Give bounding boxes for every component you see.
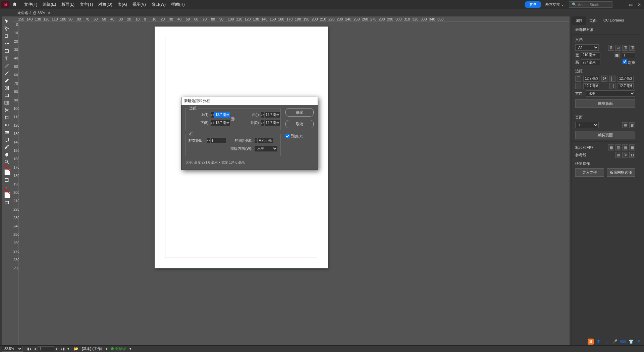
free-transform-tool[interactable] [2, 114, 11, 121]
open-icon[interactable]: 📂 [74, 347, 78, 351]
home-icon[interactable] [12, 2, 17, 8]
margin-right-input[interactable] [618, 83, 634, 89]
adjust-layout-button[interactable]: 调整版面 [575, 99, 635, 108]
menu-file[interactable]: 文件(F) [21, 0, 40, 9]
prev-page-icon[interactable]: ◂ [33, 347, 37, 351]
height-input[interactable] [581, 59, 600, 65]
menu-window[interactable]: 窗口(W) [149, 0, 168, 9]
error-dropdown-icon[interactable]: ▾ [129, 347, 131, 351]
dlg-direction-select[interactable]: 水平 [254, 145, 278, 152]
binding-rtl-icon[interactable]: ◫ [629, 45, 635, 51]
spinner-icon[interactable]: ▲▼ [211, 112, 214, 118]
ruler-icon-3[interactable]: ▤ [622, 144, 628, 150]
dlg-inside-input[interactable] [264, 112, 280, 118]
new-page-icon[interactable]: ⊞ [622, 122, 628, 128]
note-tool[interactable] [2, 136, 11, 143]
gradient-swatch-tool[interactable] [2, 121, 11, 129]
page-dropdown-icon[interactable]: ▾ [66, 347, 70, 351]
margin-left-input[interactable] [618, 76, 634, 82]
spinner-icon[interactable]: ▲▼ [254, 137, 258, 143]
edit-pages-button[interactable]: 编辑页面 [575, 131, 635, 139]
tab-cclibraries[interactable]: CC Libraries [600, 16, 627, 25]
direct-selection-tool[interactable] [2, 25, 11, 33]
width-input[interactable] [581, 52, 600, 58]
facing-pages-checkbox[interactable] [623, 59, 627, 64]
pencil-tool[interactable] [2, 77, 11, 84]
zoom-select[interactable]: 82.5% [2, 346, 23, 352]
menu-view[interactable]: 视图(V) [130, 0, 149, 9]
profile-dropdown-icon[interactable]: ▾ [106, 347, 108, 351]
screen-mode-icon[interactable] [2, 199, 11, 207]
link-margins-icon[interactable]: ⛓ [601, 76, 607, 82]
ruler-vertical[interactable]: 0102030405060708090100110120130140150160… [13, 22, 19, 345]
pages-icon[interactable]: ▦ [614, 52, 620, 58]
dlg-outside-input[interactable] [264, 120, 280, 126]
content-collector-tool[interactable] [2, 47, 11, 55]
next-page-icon[interactable]: ▸ [55, 347, 59, 351]
scissors-tool[interactable] [2, 106, 11, 114]
window-maximize[interactable]: ▭ [627, 2, 634, 7]
fill-swatch[interactable] [4, 169, 10, 175]
orientation-select[interactable]: 水平 [586, 90, 635, 97]
menu-help[interactable]: 帮助(H) [168, 0, 187, 9]
ime-punct-icon[interactable]: ， [604, 339, 610, 345]
spinner-icon[interactable]: ▲▼ [261, 112, 264, 118]
tab-pages[interactable]: 页面 [586, 16, 600, 25]
dlg-preview-checkbox[interactable] [285, 134, 290, 138]
rectangle-frame-tool[interactable] [2, 84, 11, 92]
tab-properties[interactable]: 属性 [572, 16, 586, 25]
ruler-icon-1[interactable]: ▦ [608, 144, 614, 150]
ruler-icon-2[interactable]: ▥ [615, 144, 621, 150]
dlg-bottom-input[interactable] [214, 120, 230, 126]
close-tab-icon[interactable]: × [48, 11, 50, 15]
orientation-landscape-icon[interactable]: ▭ [615, 45, 621, 51]
grid-options-button[interactable]: 版面网格选项 [607, 168, 636, 177]
window-minimize[interactable]: — [619, 2, 625, 7]
workspace-switcher[interactable]: 基本功能 ⌄ [545, 2, 564, 7]
window-close[interactable]: ✕ [636, 2, 643, 7]
right-dock-strip[interactable] [639, 16, 644, 345]
ruler-icon-4[interactable]: ▦ [629, 144, 635, 150]
ime-mic-icon[interactable]: 🎤 [612, 339, 618, 345]
none-swatch[interactable] [4, 192, 10, 198]
line-tool[interactable] [2, 62, 11, 70]
canvas-viewport[interactable] [19, 22, 570, 345]
dlg-colcount-input[interactable] [210, 137, 226, 143]
delete-page-icon[interactable]: 🗑 [629, 122, 635, 128]
menu-edit[interactable]: 编辑(E) [40, 0, 59, 9]
zoom-tool[interactable] [2, 158, 11, 166]
last-page-icon[interactable]: ▸▮ [60, 347, 66, 351]
formatting-container-icon[interactable] [2, 176, 11, 184]
ime-lang-icon[interactable]: 中 [596, 339, 602, 345]
spinner-icon[interactable]: ▲▼ [211, 120, 214, 126]
guide-icon-1[interactable]: ⊞ [615, 152, 621, 158]
selection-tool[interactable] [2, 18, 11, 25]
dlg-cancel-button[interactable]: 取消 [285, 120, 314, 128]
grid-tool[interactable] [2, 99, 11, 106]
type-tool[interactable] [2, 55, 11, 62]
dlg-ok-button[interactable]: 确定 [285, 108, 314, 117]
sogou-icon[interactable]: S [588, 339, 594, 345]
pages-count-input[interactable] [622, 52, 635, 58]
guide-icon-2[interactable]: ⇲ [622, 152, 628, 158]
menu-layout[interactable]: 版面(L) [59, 0, 77, 9]
orientation-portrait-icon[interactable]: ▯ [608, 45, 614, 51]
page-tool[interactable] [2, 33, 11, 40]
first-page-icon[interactable]: ▮◂ [26, 347, 32, 351]
guide-icon-3[interactable]: ⊟ [629, 152, 635, 158]
ime-toolbox-icon[interactable]: ⊞ [636, 339, 642, 345]
stock-search[interactable]: 🔍 Adobe Stock [569, 1, 612, 8]
rectangle-tool[interactable] [2, 92, 11, 99]
margin-top-input[interactable] [583, 76, 599, 82]
document-tab[interactable]: 未命名-1 @ 83% × [15, 10, 53, 16]
spinner-icon[interactable]: ▲▼ [207, 137, 210, 143]
share-button[interactable]: 共享 [525, 1, 541, 8]
page-preset-select[interactable]: A4 [575, 44, 599, 51]
ime-skin-icon[interactable]: 👕 [628, 339, 634, 345]
eyedropper-tool[interactable] [2, 143, 11, 151]
binding-ltr-icon[interactable]: ◫ [622, 45, 628, 51]
margin-bottom-input[interactable] [583, 83, 599, 89]
menu-object[interactable]: 对象(O) [96, 0, 115, 9]
gradient-tool[interactable] [2, 129, 11, 136]
ime-keyboard-icon[interactable]: ⌨ [620, 339, 626, 345]
